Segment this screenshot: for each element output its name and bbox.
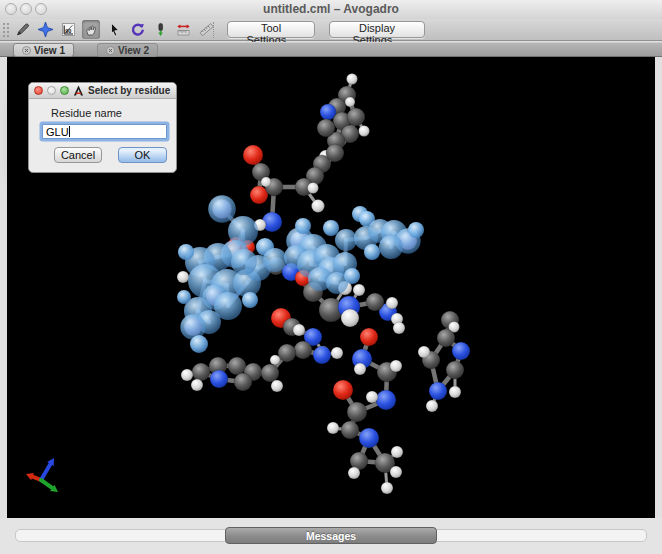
atom-O[interactable] <box>333 380 353 400</box>
atom-N[interactable] <box>452 342 470 360</box>
atom-H[interactable] <box>418 346 430 358</box>
atom-C[interactable] <box>347 402 367 422</box>
selected-hydrogen-atom[interactable] <box>364 244 380 260</box>
atom-C[interactable] <box>446 361 464 379</box>
atom-H[interactable] <box>312 200 325 213</box>
toolbar: 90 Tool Settings... Display Settings... <box>0 19 662 41</box>
atom-H[interactable] <box>381 482 393 494</box>
selected-hydrogen-atom[interactable] <box>295 218 311 234</box>
tab-view-2[interactable]: View 2 <box>97 43 158 57</box>
atom-H[interactable] <box>293 324 305 336</box>
atom-C[interactable] <box>437 329 455 347</box>
atom-H[interactable] <box>426 400 438 412</box>
atom-N[interactable] <box>429 382 447 400</box>
select-by-residue-dialog: Select by residue Residue name GLU Cance… <box>28 82 177 173</box>
text-caret <box>69 126 70 137</box>
z-axis-shaft <box>41 462 51 480</box>
selected-atom[interactable] <box>335 229 357 251</box>
selection-halo[interactable] <box>208 195 236 223</box>
atom-H[interactable] <box>308 183 319 194</box>
atom-H[interactable] <box>391 446 403 458</box>
atom-H[interactable] <box>390 466 402 478</box>
atom-H[interactable] <box>181 369 193 381</box>
atom-H[interactable] <box>327 422 339 434</box>
selected-hydrogen-atom[interactable] <box>408 222 424 238</box>
tool-settings-button[interactable]: Tool Settings... <box>227 21 315 38</box>
atom-H[interactable] <box>191 379 203 391</box>
atom-H[interactable] <box>449 386 461 398</box>
atom-C[interactable] <box>234 373 252 391</box>
axes-gizmo <box>26 458 58 492</box>
dialog-minimize-button[interactable] <box>47 86 56 95</box>
bond-centric-tool-icon: 90 <box>60 21 77 38</box>
auto-rotate-tool-button[interactable] <box>128 20 146 39</box>
tab-label: View 1 <box>34 45 65 56</box>
atom-N[interactable] <box>313 346 331 364</box>
atom-C[interactable] <box>326 144 344 162</box>
atom-H[interactable] <box>386 297 398 309</box>
atom-N[interactable] <box>376 390 396 410</box>
atom-C[interactable] <box>341 421 359 439</box>
atom-H[interactable] <box>270 355 280 365</box>
ok-button[interactable]: OK <box>118 147 167 163</box>
residue-name-input[interactable]: GLU <box>42 124 167 139</box>
atom-C[interactable] <box>347 108 365 126</box>
atom-H[interactable] <box>353 284 365 296</box>
dialog-close-button[interactable] <box>34 86 43 95</box>
measure-tool-button[interactable] <box>174 20 192 39</box>
atom-H[interactable] <box>354 363 366 375</box>
atom-H[interactable] <box>348 467 360 479</box>
atom-H[interactable] <box>390 360 402 372</box>
toolbar-drag-handle[interactable] <box>2 22 10 38</box>
dialog-zoom-button[interactable] <box>60 86 69 95</box>
bond-centric-tool-button[interactable]: 90 <box>59 20 77 39</box>
titlebar: untitled.cml – Avogadro <box>0 0 662 19</box>
tab-close-icon[interactable] <box>106 46 115 55</box>
navigate-tool-icon <box>37 21 54 38</box>
selected-hydrogen-atom[interactable] <box>242 292 258 308</box>
selected-atom[interactable] <box>231 249 257 275</box>
atom-H[interactable] <box>271 380 283 392</box>
navigate-tool-button[interactable] <box>36 20 54 39</box>
tab-close-icon[interactable] <box>22 46 31 55</box>
draw-tool-icon <box>14 21 31 38</box>
atom-C[interactable] <box>192 363 210 381</box>
selected-hydrogen-atom[interactable] <box>178 244 194 260</box>
atom-C[interactable] <box>366 293 384 311</box>
messages-toggle-button[interactable]: Messages <box>225 527 437 544</box>
selected-hydrogen-atom[interactable] <box>177 290 191 304</box>
atom-H[interactable] <box>331 347 343 359</box>
atom-H[interactable] <box>393 322 405 334</box>
atom-H[interactable] <box>359 126 370 137</box>
atom-O[interactable] <box>360 328 378 346</box>
atom-C[interactable] <box>317 119 335 137</box>
selected-hydrogen-atom[interactable] <box>344 268 360 284</box>
atom-O[interactable] <box>243 145 263 165</box>
atom-H[interactable] <box>261 177 271 187</box>
atom-N[interactable] <box>359 428 379 448</box>
tab-view-1[interactable]: View 1 <box>13 43 74 57</box>
selected-atom[interactable] <box>263 248 287 272</box>
atom-C[interactable] <box>261 364 279 382</box>
atom-C[interactable] <box>294 341 312 359</box>
display-settings-button[interactable]: Display Settings... <box>329 21 425 38</box>
selected-hydrogen-atom[interactable] <box>190 335 208 353</box>
dialog-titlebar[interactable]: Select by residue <box>29 83 176 99</box>
atom-H[interactable] <box>345 97 355 107</box>
selection-tool-button[interactable] <box>105 20 123 39</box>
selected-atom[interactable] <box>379 235 403 259</box>
selection-tool-icon <box>106 21 123 38</box>
auto-optimize-tool-button[interactable] <box>151 20 169 39</box>
atom-C[interactable] <box>228 357 246 375</box>
atom-N[interactable] <box>210 370 228 388</box>
cancel-button[interactable]: Cancel <box>54 147 102 163</box>
selected-hydrogen-atom[interactable] <box>323 220 339 236</box>
atom-H[interactable] <box>366 391 378 403</box>
atom-H[interactable] <box>347 74 358 85</box>
dialog-body: Residue name GLU Cancel OK <box>29 99 176 173</box>
draw-tool-button[interactable] <box>13 20 31 39</box>
atom-C[interactable] <box>278 344 296 362</box>
atom-H[interactable] <box>341 309 359 327</box>
manipulate-tool-button[interactable] <box>82 20 100 39</box>
atom-H[interactable] <box>177 271 189 283</box>
